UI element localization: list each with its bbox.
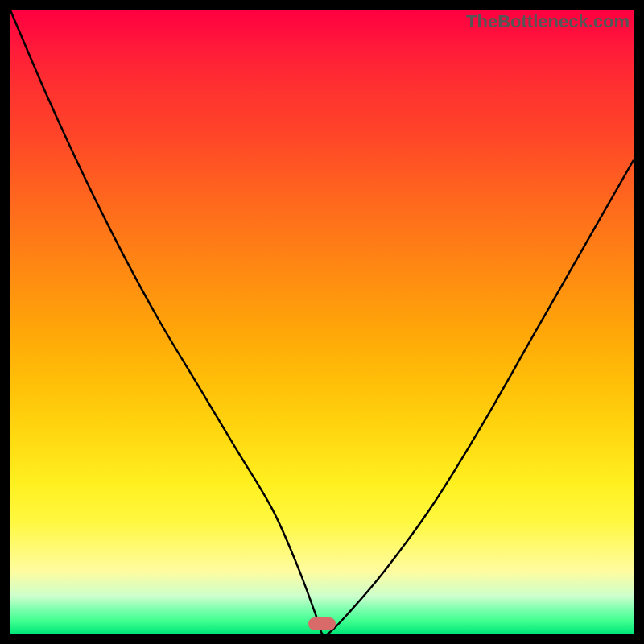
chart-container: TheBottleneck.com bbox=[0, 0, 644, 644]
bottleneck-curve bbox=[10, 10, 634, 634]
watermark-text: TheBottleneck.com bbox=[466, 11, 630, 32]
optimum-marker bbox=[308, 617, 336, 630]
